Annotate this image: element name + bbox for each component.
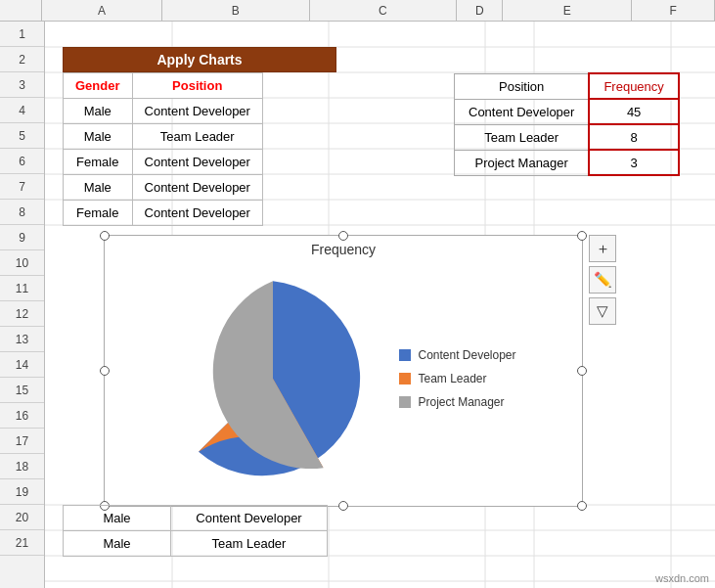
- legend-item-team-leader: Team Leader: [399, 372, 515, 385]
- row-header-11: 11: [0, 276, 44, 301]
- position-cell: Content Developer: [132, 175, 262, 201]
- freq-val-cell: 8: [589, 124, 678, 150]
- chart-legend: Content Developer Team Leader Project Ma…: [376, 348, 515, 409]
- position-cell: Content Developer: [132, 99, 262, 124]
- row-header-7: 7: [0, 174, 44, 200]
- chart-add-button[interactable]: ＋: [589, 235, 616, 262]
- row-header-8: 8: [0, 200, 44, 225]
- chart-title-cell: Apply Charts: [63, 47, 336, 72]
- gender-header: Gender: [64, 73, 133, 99]
- freq-pos-cell: Team Leader: [455, 124, 590, 150]
- table-row: Male Content Developer: [64, 99, 263, 124]
- pie-chart-container: Frequency: [104, 235, 583, 507]
- legend-color-project-manager: [399, 396, 411, 408]
- legend-item-content-dev: Content Developer: [399, 348, 515, 362]
- table-row: Male Team Leader: [64, 531, 328, 557]
- freq-frequency-header: Frequency: [589, 73, 678, 99]
- row-header-12: 12: [0, 301, 44, 327]
- row-header-2: 2: [0, 47, 44, 72]
- legend-label-project-manager: Project Manager: [418, 395, 504, 409]
- gender-cell: Female: [64, 201, 133, 226]
- bottom-position-2: Team Leader: [171, 531, 328, 557]
- chart-body: Content Developer Team Leader Project Ma…: [105, 261, 582, 506]
- legend-color-content-dev: [399, 349, 411, 361]
- data-area: Apply Charts Gender Position Male Conten…: [45, 22, 715, 588]
- row-header-15: 15: [0, 378, 44, 403]
- row-headers: 1 2 3 4 5 6 7 8 9 10 11 12 13 14 15 16 1…: [0, 22, 45, 588]
- legend-item-project-manager: Project Manager: [399, 395, 515, 409]
- freq-position-header: Position: [455, 73, 590, 99]
- freq-pos-cell: Content Developer: [455, 99, 590, 124]
- row-header-16: 16: [0, 403, 44, 429]
- pie-chart-svg: [170, 276, 376, 481]
- title-text: Apply Charts: [156, 52, 242, 68]
- position-cell: Team Leader: [132, 124, 262, 150]
- chart-style-button[interactable]: ✏️: [589, 266, 616, 294]
- bottom-position-1: Content Developer: [171, 506, 328, 531]
- freq-row: Project Manager 3: [455, 150, 679, 175]
- col-header-a: A: [42, 0, 161, 21]
- table-row: Female Content Developer: [64, 150, 263, 175]
- row-header-5: 5: [0, 123, 44, 149]
- column-headers: A B C D E F: [0, 0, 715, 22]
- position-header: Position: [132, 73, 262, 99]
- row-header-18: 18: [0, 454, 44, 479]
- table-row: Male Content Developer: [64, 175, 263, 201]
- chart-handle-mr[interactable]: [577, 366, 587, 376]
- row-header-4: 4: [0, 98, 44, 123]
- row-header-9: 9: [0, 225, 44, 250]
- col-header-e: E: [503, 0, 632, 21]
- row-header-6: 6: [0, 149, 44, 174]
- bottom-data-table: Male Content Developer Male Team Leader: [63, 505, 328, 557]
- frequency-table: Position Frequency Content Developer 45 …: [454, 72, 680, 176]
- freq-val-cell: 3: [589, 150, 678, 175]
- bottom-gender-1: Male: [64, 506, 171, 531]
- row-header-10: 10: [0, 250, 44, 276]
- col-header-b: B: [162, 0, 310, 21]
- col-header-f: F: [632, 0, 715, 21]
- gender-cell: Female: [64, 150, 133, 175]
- col-header-corner: [0, 0, 42, 21]
- table-row: Female Content Developer: [64, 201, 263, 226]
- main-data-table: Gender Position Male Content Developer M…: [63, 72, 263, 226]
- legend-label-content-dev: Content Developer: [418, 348, 515, 362]
- col-header-c: C: [310, 0, 458, 21]
- bottom-rows: Male Content Developer Male Team Leader: [45, 505, 485, 557]
- row-header-21: 21: [0, 530, 44, 556]
- chart-handle-br[interactable]: [577, 501, 587, 511]
- gender-cell: Male: [64, 99, 133, 124]
- freq-val-cell: 45: [589, 99, 678, 124]
- position-cell: Content Developer: [132, 150, 262, 175]
- chart-handle-tm[interactable]: [338, 231, 348, 241]
- legend-label-team-leader: Team Leader: [418, 372, 486, 385]
- legend-color-team-leader: [399, 373, 411, 384]
- chart-action-buttons: ＋ ✏️ ▽: [589, 235, 616, 325]
- chart-handle-tr[interactable]: [577, 231, 587, 241]
- row-header-3: 3: [0, 72, 44, 98]
- watermark: wsxdn.com: [655, 572, 709, 584]
- bottom-gender-2: Male: [64, 531, 171, 557]
- row-header-1: 1: [0, 22, 44, 47]
- table-row: Male Team Leader: [64, 124, 263, 150]
- freq-row: Team Leader 8: [455, 124, 679, 150]
- chart-filter-button[interactable]: ▽: [589, 297, 616, 325]
- position-cell: Content Developer: [132, 201, 262, 226]
- col-header-d: D: [457, 0, 503, 21]
- row-header-17: 17: [0, 429, 44, 454]
- table-row: Male Content Developer: [64, 506, 328, 531]
- row-header-13: 13: [0, 327, 44, 352]
- row-header-19: 19: [0, 479, 44, 505]
- gender-cell: Male: [64, 124, 133, 150]
- chart-handle-ml[interactable]: [100, 366, 110, 376]
- gender-cell: Male: [64, 175, 133, 201]
- row-header-20: 20: [0, 505, 44, 530]
- row-header-14: 14: [0, 352, 44, 378]
- freq-pos-cell: Project Manager: [455, 150, 590, 175]
- chart-handle-tl[interactable]: [100, 231, 110, 241]
- spreadsheet: A B C D E F 1 2 3 4 5 6 7 8 9 10 11 12 1…: [0, 0, 715, 588]
- freq-row: Content Developer 45: [455, 99, 679, 124]
